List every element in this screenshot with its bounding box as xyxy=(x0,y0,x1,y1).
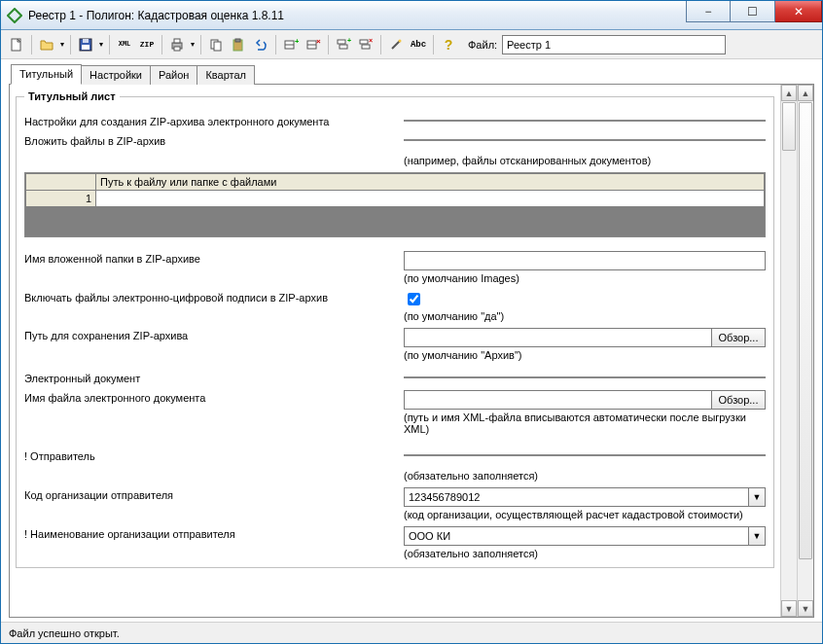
toolbar-separator xyxy=(328,35,329,54)
help-button[interactable]: ? xyxy=(438,34,459,55)
save-button[interactable] xyxy=(75,34,96,55)
app-window: Реестр 1 - Полигон: Кадастровая оценка 1… xyxy=(0,0,823,644)
files-grid[interactable]: Путь к файлу или папке с файлами 1 xyxy=(25,173,765,207)
wand-button[interactable] xyxy=(385,34,407,55)
xml-icon: XML xyxy=(119,41,131,48)
toolbar-separator xyxy=(70,35,71,54)
row-clear-button[interactable]: × xyxy=(355,34,376,55)
table-row[interactable]: 1 xyxy=(26,191,765,207)
org-code-hint: (код организации, осуществляющей расчет … xyxy=(404,509,766,520)
save-path-browse-button[interactable]: Обзор... xyxy=(711,328,766,347)
include-files-label: Вложить файлы в ZIP-архив xyxy=(24,133,404,147)
minimize-button[interactable]: − xyxy=(686,1,731,22)
row-delete-button[interactable]: × xyxy=(303,34,324,55)
export-zip-button[interactable]: ZIP xyxy=(136,34,158,55)
org-name-combo[interactable]: ▼ xyxy=(404,526,766,546)
edoc-name-input[interactable] xyxy=(404,390,711,410)
outer-scrollbar[interactable]: ▲ ▼ xyxy=(797,85,813,617)
edoc-section-divider xyxy=(404,371,766,378)
svg-rect-9 xyxy=(214,42,221,51)
print-button[interactable] xyxy=(166,34,188,55)
minimize-icon: − xyxy=(704,5,711,18)
scroll-thumb[interactable] xyxy=(799,102,812,559)
statusbar: Файл успешно открыт. xyxy=(1,622,822,643)
close-button[interactable]: ✕ xyxy=(775,1,822,22)
nested-folder-input[interactable] xyxy=(404,251,766,270)
copy-button[interactable] xyxy=(205,34,227,55)
scroll-down-button[interactable]: ▼ xyxy=(781,600,797,617)
svg-rect-7 xyxy=(174,47,180,51)
toolbar-separator xyxy=(380,35,381,54)
svg-rect-22 xyxy=(362,45,370,49)
grid-header-path: Путь к файлу или папке с файлами xyxy=(96,174,765,191)
browse-label: Обзор... xyxy=(719,332,759,343)
tab-region[interactable]: Район xyxy=(150,65,197,85)
sender-section-label: ! Отправитель xyxy=(24,448,404,462)
scroll-thumb[interactable] xyxy=(782,102,796,151)
svg-marker-0 xyxy=(8,9,21,22)
svg-text:+: + xyxy=(347,37,351,44)
spellcheck-button[interactable]: Abc xyxy=(408,34,429,55)
toolbar: ▾ ▾ XML ZIP ▾ + × xyxy=(1,30,822,59)
print-dropdown[interactable]: ▾ xyxy=(189,34,197,55)
zip-icon: ZIP xyxy=(140,40,154,49)
scroll-track[interactable] xyxy=(781,101,797,600)
grid-cell-path[interactable] xyxy=(96,191,765,207)
svg-rect-18 xyxy=(338,40,345,44)
scroll-up-button[interactable]: ▲ xyxy=(798,85,813,101)
help-icon: ? xyxy=(445,37,453,53)
undo-button[interactable] xyxy=(250,34,271,55)
grid-corner-cell xyxy=(26,174,96,191)
svg-point-25 xyxy=(399,39,402,42)
paste-button[interactable] xyxy=(228,34,249,55)
export-xml-button[interactable]: XML xyxy=(114,34,135,55)
abc-icon: Abc xyxy=(411,40,426,50)
row-add-button[interactable]: + xyxy=(280,34,302,55)
include-files-divider xyxy=(404,133,766,141)
toolbar-separator xyxy=(161,35,162,54)
app-icon xyxy=(7,8,22,23)
file-name-input[interactable] xyxy=(502,35,726,54)
chevron-down-icon[interactable]: ▼ xyxy=(748,526,766,546)
new-button[interactable] xyxy=(6,34,27,55)
save-path-input[interactable] xyxy=(404,328,711,347)
tab-title-page[interactable]: Титульный xyxy=(11,64,82,85)
scroll-track[interactable] xyxy=(798,101,813,600)
save-path-label: Путь для сохранения ZIP-архива xyxy=(24,328,404,341)
fieldset-legend: Титульный лист xyxy=(24,90,120,102)
toolbar-separator xyxy=(275,35,276,54)
window-title: Реестр 1 - Полигон: Кадастровая оценка 1… xyxy=(28,9,686,22)
status-text: Файл успешно открыт. xyxy=(9,627,120,639)
org-name-input[interactable] xyxy=(404,526,748,546)
toolbar-separator xyxy=(433,35,434,54)
edoc-name-label: Имя файла электронного документа xyxy=(24,390,404,404)
inner-scrollbar[interactable]: ▲ ▼ xyxy=(780,85,797,617)
zip-settings-divider xyxy=(404,114,766,122)
svg-rect-4 xyxy=(82,45,89,50)
open-button[interactable] xyxy=(36,34,57,55)
scroll-down-button[interactable]: ▼ xyxy=(798,600,813,617)
edoc-name-browse-button[interactable]: Обзор... xyxy=(711,390,766,410)
svg-text:×: × xyxy=(316,37,321,46)
tabstrip: Титульный Настройки Район Квартал xyxy=(1,59,822,84)
org-code-combo[interactable]: ▼ xyxy=(404,487,766,507)
open-dropdown[interactable]: ▾ xyxy=(58,34,66,55)
grid-row-number: 1 xyxy=(26,191,96,207)
tab-label: Район xyxy=(159,69,189,81)
org-code-input[interactable] xyxy=(404,487,748,507)
tab-quarter[interactable]: Квартал xyxy=(197,65,255,85)
include-signature-checkbox[interactable] xyxy=(408,293,420,305)
file-field-label: Файл: xyxy=(468,39,497,51)
row-copy-button[interactable]: + xyxy=(333,34,354,55)
chevron-down-icon[interactable]: ▼ xyxy=(748,487,766,507)
form-scroll-area: Титульный лист Настройки для создания ZI… xyxy=(10,85,780,617)
maximize-button[interactable]: ☐ xyxy=(731,1,775,22)
paste-icon xyxy=(231,37,246,53)
save-dropdown[interactable]: ▾ xyxy=(97,34,105,55)
svg-line-24 xyxy=(392,41,400,49)
scroll-up-button[interactable]: ▲ xyxy=(781,85,797,101)
include-files-hint: (например, файлы отсканированных докумен… xyxy=(404,155,766,166)
tab-settings[interactable]: Настройки xyxy=(81,65,151,85)
tab-content-host: Титульный лист Настройки для создания ZI… xyxy=(9,84,814,618)
maximize-icon: ☐ xyxy=(747,5,758,18)
